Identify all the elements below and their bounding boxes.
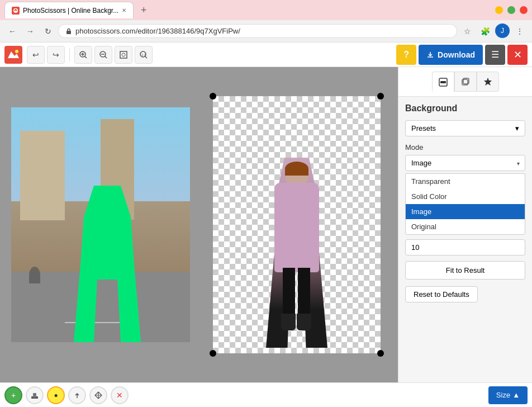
result-container bbox=[213, 96, 381, 353]
svg-line-5 bbox=[85, 56, 87, 58]
profile-btn[interactable]: J bbox=[495, 23, 510, 38]
help-btn[interactable]: ? bbox=[396, 45, 416, 65]
svg-text:1:1: 1:1 bbox=[141, 53, 146, 56]
eraser-icon bbox=[30, 391, 39, 400]
back-btn[interactable]: ← bbox=[4, 23, 20, 39]
value-input[interactable] bbox=[405, 239, 525, 255]
svg-rect-22 bbox=[33, 393, 36, 397]
svg-line-9 bbox=[105, 56, 107, 58]
url-text: photoscissors.com/editor/196388146/9q7Xg… bbox=[75, 27, 450, 35]
add-icon: + bbox=[11, 391, 16, 400]
download-icon bbox=[426, 51, 434, 59]
tab-close-btn[interactable]: ✕ bbox=[122, 7, 126, 13]
window-maximize-btn[interactable] bbox=[507, 6, 515, 14]
zoom-fit-btn[interactable] bbox=[115, 46, 132, 64]
lock-icon bbox=[65, 28, 72, 35]
window-controls bbox=[495, 6, 528, 14]
svg-point-3 bbox=[15, 50, 18, 53]
redo-btn[interactable]: ↪ bbox=[47, 46, 65, 64]
app-logo bbox=[4, 46, 22, 64]
restore-icon bbox=[73, 391, 81, 399]
svg-point-12 bbox=[122, 53, 125, 56]
mode-select-container: Transparent Solid Color Image Original ▾ bbox=[405, 155, 525, 171]
option-transparent[interactable]: Transparent bbox=[406, 174, 525, 189]
svg-marker-20 bbox=[484, 78, 492, 86]
tab-favicon bbox=[12, 7, 20, 15]
option-image[interactable]: Image bbox=[406, 204, 525, 219]
menu-btn[interactable]: ☰ bbox=[485, 45, 505, 65]
bookmark-btn[interactable]: ☆ bbox=[459, 23, 475, 39]
handle-bottom-right[interactable] bbox=[377, 350, 384, 357]
navigation-bar: ← → ↻ photoscissors.com/editor/196388146… bbox=[0, 20, 532, 42]
mode-label: Mode bbox=[405, 143, 525, 152]
move-btn[interactable] bbox=[89, 386, 107, 404]
left-image-panel bbox=[6, 67, 196, 382]
add-foreground-btn[interactable]: + bbox=[4, 386, 22, 404]
presets-arrow: ▾ bbox=[515, 124, 519, 132]
size-btn[interactable]: Size ▲ bbox=[488, 386, 528, 404]
delete-icon: ✕ bbox=[116, 391, 123, 400]
fit-to-result-btn[interactable]: Fit to Result bbox=[405, 261, 525, 280]
presets-label: Presets bbox=[411, 124, 436, 132]
right-image-panel bbox=[196, 67, 398, 382]
reset-defaults-btn[interactable]: Reset to Defaults bbox=[405, 286, 478, 302]
zoom-out-btn[interactable] bbox=[94, 46, 112, 64]
download-label: Download bbox=[438, 50, 475, 59]
svg-rect-11 bbox=[120, 51, 127, 58]
delete-btn[interactable]: ✕ bbox=[111, 386, 129, 404]
close-app-btn[interactable]: ✕ bbox=[507, 45, 528, 65]
svg-line-14 bbox=[145, 56, 148, 58]
forward-btn[interactable]: → bbox=[22, 23, 38, 39]
option-original[interactable]: Original bbox=[406, 219, 525, 234]
svg-rect-17 bbox=[440, 81, 446, 83]
size-label: Size bbox=[496, 391, 510, 399]
handle-top-left[interactable] bbox=[210, 93, 216, 100]
result-checkerboard bbox=[213, 96, 381, 353]
handle-top-right[interactable] bbox=[377, 93, 384, 100]
size-arrow: ▲ bbox=[512, 391, 520, 399]
presets-btn[interactable]: Presets ▾ bbox=[405, 120, 525, 136]
zoom-in-btn[interactable] bbox=[74, 46, 92, 64]
panel-tabs bbox=[398, 67, 532, 97]
mode-dropdown: Transparent Solid Color Image Original bbox=[405, 173, 525, 235]
original-image bbox=[11, 107, 190, 342]
window-minimize-btn[interactable] bbox=[495, 6, 503, 14]
tab-title: PhotoScissors | Online Backgr... bbox=[23, 7, 118, 15]
canvas-area bbox=[0, 67, 398, 382]
window-close-btn[interactable] bbox=[520, 6, 528, 14]
zoom-actual-btn[interactable]: 1:1 bbox=[135, 46, 153, 64]
bottom-toolbar: + ● ✕ Size ▲ bbox=[0, 382, 532, 407]
tab-bar: PhotoScissors | Online Backgr... ✕ + bbox=[4, 2, 151, 18]
svg-rect-1 bbox=[66, 31, 71, 34]
main-content: Background Presets ▾ Mode Transparent So… bbox=[0, 67, 532, 382]
address-bar[interactable]: photoscissors.com/editor/196388146/9q7Xg… bbox=[58, 24, 457, 38]
panel-body: Background Presets ▾ Mode Transparent So… bbox=[398, 97, 532, 382]
more-btn[interactable]: ⋮ bbox=[512, 23, 528, 39]
nav-icons: ☆ 🧩 J ⋮ bbox=[459, 23, 528, 39]
restore-btn[interactable] bbox=[68, 386, 86, 404]
street-background bbox=[11, 107, 190, 342]
erase-btn[interactable] bbox=[26, 386, 44, 404]
title-bar: PhotoScissors | Online Backgr... ✕ + bbox=[0, 0, 532, 20]
app-toolbar: ↩ ↪ 1:1 ? Download ☰ ✕ bbox=[0, 42, 532, 67]
extensions-btn[interactable]: 🧩 bbox=[477, 23, 493, 39]
mode-select[interactable]: Transparent Solid Color Image Original bbox=[405, 155, 525, 171]
option-solid-color[interactable]: Solid Color bbox=[406, 189, 525, 204]
right-panel: Background Presets ▾ Mode Transparent So… bbox=[398, 67, 532, 382]
active-tab[interactable]: PhotoScissors | Online Backgr... ✕ bbox=[4, 2, 134, 18]
tab-layers[interactable] bbox=[432, 72, 454, 92]
new-tab-btn[interactable]: + bbox=[136, 2, 151, 18]
toolbar-sep-1 bbox=[69, 48, 70, 61]
tab-star[interactable] bbox=[477, 72, 499, 92]
handle-bottom-left[interactable] bbox=[210, 350, 216, 357]
tab-copy[interactable] bbox=[454, 72, 477, 92]
undo-btn[interactable]: ↩ bbox=[27, 46, 45, 64]
download-btn[interactable]: Download bbox=[419, 45, 483, 65]
refresh-btn[interactable]: ↻ bbox=[40, 23, 56, 39]
circle-icon: ● bbox=[54, 391, 58, 399]
mark-foreground-btn[interactable]: ● bbox=[47, 386, 65, 404]
panel-title: Background bbox=[405, 103, 525, 113]
move-icon bbox=[94, 391, 103, 400]
